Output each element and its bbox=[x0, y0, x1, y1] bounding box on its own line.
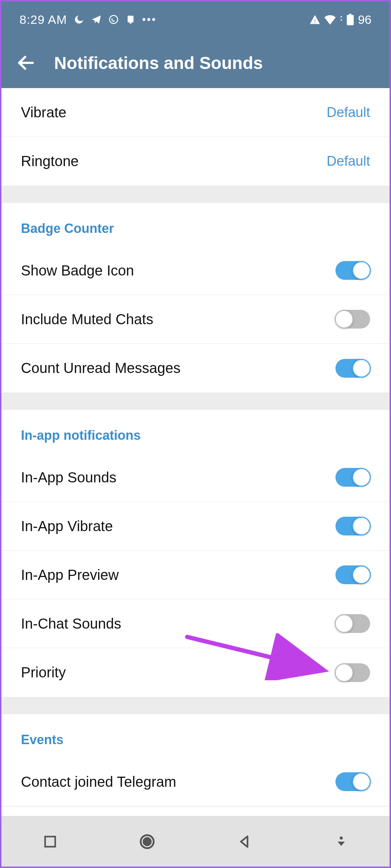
row-label: Vibrate bbox=[21, 104, 66, 121]
svg-marker-11 bbox=[241, 836, 247, 847]
row-label: In-App Preview bbox=[21, 567, 119, 583]
telegram-icon bbox=[91, 14, 102, 25]
whatsapp-icon bbox=[108, 14, 119, 25]
section-badge-counter: Badge Counter Show Badge Icon Include Mu… bbox=[1, 203, 390, 392]
row-count-unread[interactable]: Count Unread Messages bbox=[1, 344, 390, 392]
toggle-include-muted[interactable] bbox=[335, 310, 370, 329]
row-inapp-sounds[interactable]: In-App Sounds bbox=[1, 453, 390, 502]
svg-point-10 bbox=[144, 838, 151, 845]
svg-point-13 bbox=[339, 836, 342, 839]
row-label: Count Unread Messages bbox=[21, 360, 180, 376]
status-time: 8:29 AM bbox=[19, 13, 67, 27]
row-label: Include Muted Chats bbox=[21, 311, 153, 327]
toggle-priority[interactable] bbox=[335, 663, 370, 682]
svg-rect-3 bbox=[347, 15, 354, 25]
status-bar: 8:29 AM ••• : 96 bbox=[1, 1, 390, 38]
row-label: In-Chat Sounds bbox=[21, 616, 121, 632]
row-inapp-vibrate[interactable]: In-App Vibrate bbox=[1, 502, 390, 551]
notification-icon bbox=[126, 14, 136, 25]
toggle-contact-joined[interactable] bbox=[335, 772, 370, 791]
warning-icon bbox=[309, 14, 320, 25]
nav-recent-button[interactable] bbox=[39, 831, 61, 852]
svg-rect-8 bbox=[45, 837, 55, 847]
signal-dot-icon: : bbox=[340, 13, 343, 23]
nav-home-button[interactable] bbox=[136, 831, 158, 852]
section-header-inapp: In-app notifications bbox=[1, 410, 390, 453]
section-header-badge: Badge Counter bbox=[1, 203, 390, 246]
toggle-inapp-sounds[interactable] bbox=[335, 468, 370, 487]
row-label: In-App Sounds bbox=[21, 469, 117, 486]
battery-percent: 96 bbox=[358, 13, 372, 27]
status-right: : 96 bbox=[309, 13, 372, 27]
navigation-bar bbox=[1, 816, 390, 867]
row-value: Default bbox=[327, 153, 370, 169]
row-label: Show Badge Icon bbox=[21, 262, 134, 279]
row-inapp-preview[interactable]: In-App Preview bbox=[1, 551, 390, 599]
row-ringtone[interactable]: Ringtone Default bbox=[1, 137, 390, 186]
svg-rect-4 bbox=[349, 14, 351, 16]
svg-rect-2 bbox=[129, 22, 131, 24]
svg-rect-1 bbox=[128, 16, 133, 23]
row-contact-joined[interactable]: Contact joined Telegram bbox=[1, 758, 390, 806]
battery-icon bbox=[346, 14, 354, 25]
back-button[interactable] bbox=[16, 53, 36, 73]
nav-keyboard-button[interactable] bbox=[330, 831, 352, 852]
row-show-badge-icon[interactable]: Show Badge Icon bbox=[1, 246, 390, 295]
row-label: Contact joined Telegram bbox=[21, 774, 176, 790]
page-title: Notifications and Sounds bbox=[54, 53, 263, 73]
row-label: Ringtone bbox=[21, 153, 79, 169]
row-vibrate[interactable]: Vibrate Default bbox=[1, 88, 390, 137]
row-inchat-sounds[interactable]: In-Chat Sounds bbox=[1, 599, 390, 648]
moon-icon bbox=[74, 14, 84, 25]
toggle-inapp-preview[interactable] bbox=[335, 565, 370, 584]
row-include-muted[interactable]: Include Muted Chats bbox=[1, 295, 390, 344]
row-value: Default bbox=[327, 105, 370, 120]
section-top: Vibrate Default Ringtone Default bbox=[1, 88, 390, 186]
settings-content: Vibrate Default Ringtone Default Badge C… bbox=[1, 88, 390, 839]
toggle-show-badge-icon[interactable] bbox=[335, 261, 370, 280]
row-label: In-App Vibrate bbox=[21, 518, 113, 534]
status-left: 8:29 AM ••• bbox=[19, 13, 157, 27]
row-priority[interactable]: Priority bbox=[1, 648, 390, 697]
app-bar: Notifications and Sounds bbox=[1, 38, 390, 88]
toggle-inchat-sounds[interactable] bbox=[335, 614, 370, 633]
toggle-inapp-vibrate[interactable] bbox=[335, 517, 370, 535]
section-header-events: Events bbox=[1, 714, 390, 758]
section-inapp: In-app notifications In-App Sounds In-Ap… bbox=[1, 410, 390, 697]
more-icon: ••• bbox=[142, 13, 157, 26]
nav-back-button[interactable] bbox=[233, 831, 255, 852]
toggle-count-unread[interactable] bbox=[335, 359, 370, 378]
wifi-icon bbox=[324, 14, 336, 25]
row-label: Priority bbox=[21, 664, 66, 681]
svg-point-0 bbox=[110, 16, 118, 24]
